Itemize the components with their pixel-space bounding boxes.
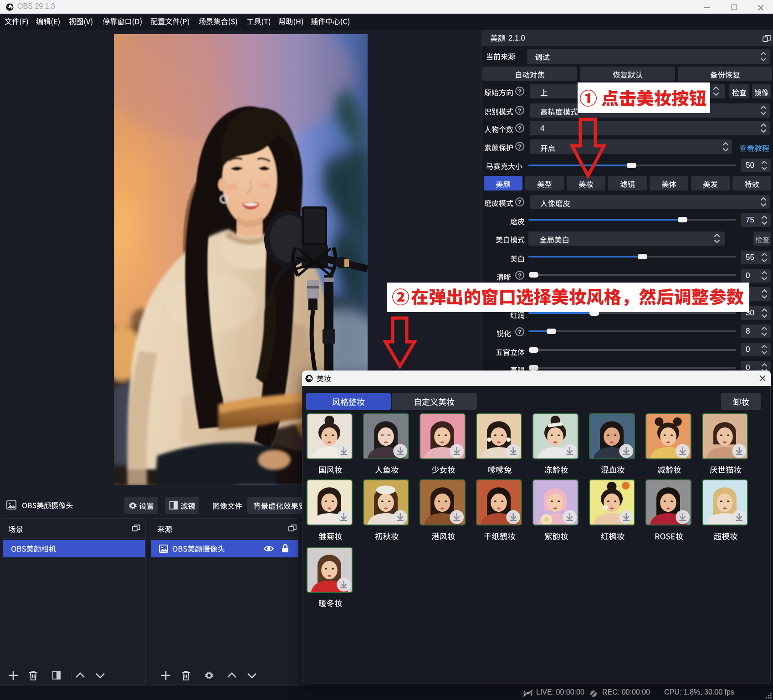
svg-text:?: ? <box>518 107 522 114</box>
svg-text:?: ? <box>518 272 522 279</box>
svg-text:?: ? <box>518 125 522 132</box>
svg-text:?: ? <box>518 143 522 150</box>
svg-text:?: ? <box>518 199 522 206</box>
svg-text:?: ? <box>518 329 522 335</box>
svg-text:?: ? <box>518 88 522 95</box>
